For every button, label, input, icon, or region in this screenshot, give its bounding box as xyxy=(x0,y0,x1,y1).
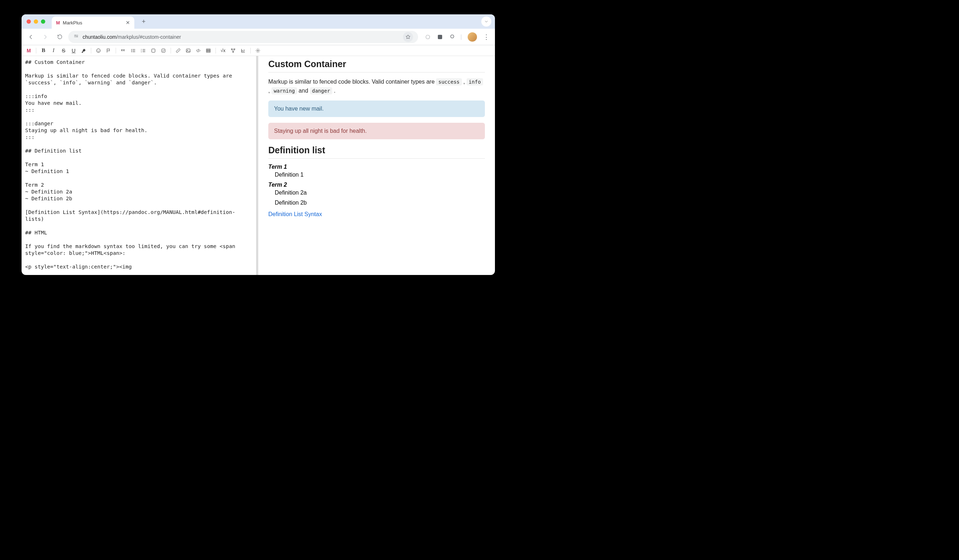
highlight-button[interactable] xyxy=(80,46,88,55)
tab-search-button[interactable] xyxy=(481,16,491,27)
italic-button[interactable]: I xyxy=(49,46,58,55)
browser-menu-button[interactable]: ⋮ xyxy=(481,33,491,41)
back-button[interactable] xyxy=(25,31,37,43)
link-button[interactable] xyxy=(174,46,182,55)
math-button[interactable]: √x xyxy=(219,46,227,55)
svg-point-8 xyxy=(131,50,132,51)
minimize-window-button[interactable] xyxy=(34,19,38,24)
preview-heading: Definition list xyxy=(268,145,485,159)
svg-point-2 xyxy=(426,35,430,39)
bookmark-button[interactable] xyxy=(403,32,413,42)
svg-point-18 xyxy=(231,48,233,49)
svg-rect-3 xyxy=(438,35,442,39)
svg-point-19 xyxy=(234,48,235,49)
editor-toolbar: M B I S U 123 xyxy=(22,45,495,56)
ordered-list-button[interactable]: 123 xyxy=(139,46,148,55)
svg-point-9 xyxy=(131,51,132,52)
svg-point-1 xyxy=(77,36,78,37)
underline-button[interactable]: U xyxy=(69,46,78,55)
svg-rect-14 xyxy=(162,49,165,52)
strikethrough-button[interactable]: S xyxy=(59,46,68,55)
split-view: ## Custom Container Markup is similar to… xyxy=(22,56,495,275)
svg-point-20 xyxy=(233,51,234,52)
tab-strip: M MarkPlus ✕ + xyxy=(22,14,495,29)
close-tab-button[interactable]: ✕ xyxy=(126,20,130,25)
extensions-button[interactable] xyxy=(448,33,456,41)
extension-icon[interactable] xyxy=(424,33,432,41)
close-window-button[interactable] xyxy=(27,19,31,24)
definition-desc: Definition 2b xyxy=(275,200,485,206)
markdown-editor[interactable]: ## Custom Container Markup is similar to… xyxy=(22,56,258,275)
svg-point-5 xyxy=(97,50,98,50)
extension-area: | ⋮ xyxy=(424,32,491,41)
browser-tab[interactable]: M MarkPlus ✕ xyxy=(52,16,134,29)
url-text: chuntaoliu.com/markplus/#custom-containe… xyxy=(83,34,181,40)
preview-pane: Custom Container Markup is similar to fe… xyxy=(258,56,495,275)
inline-code: danger xyxy=(310,87,333,94)
svg-point-7 xyxy=(131,49,132,49)
svg-text:3: 3 xyxy=(141,51,142,52)
definition-term: Term 1 xyxy=(268,164,485,170)
new-tab-button[interactable]: + xyxy=(139,16,149,27)
bold-button[interactable]: B xyxy=(39,46,48,55)
extension-icon[interactable] xyxy=(436,33,444,41)
preview-heading: Custom Container xyxy=(268,59,485,73)
diagram-button[interactable] xyxy=(229,46,237,55)
checkbox-unchecked-button[interactable] xyxy=(149,46,158,55)
reload-button[interactable] xyxy=(54,31,65,43)
chart-button[interactable] xyxy=(239,46,247,55)
code-button[interactable] xyxy=(194,46,202,55)
svg-point-4 xyxy=(97,48,100,52)
definition-desc: Definition 1 xyxy=(275,172,485,178)
definition-syntax-link[interactable]: Definition List Syntax xyxy=(268,211,322,217)
address-bar: chuntaoliu.com/markplus/#custom-containe… xyxy=(22,29,495,45)
inline-code: warning xyxy=(272,87,297,94)
table-button[interactable] xyxy=(204,46,213,55)
unordered-list-button[interactable] xyxy=(129,46,137,55)
danger-callout: Staying up all night is bad for health. xyxy=(268,123,485,139)
svg-point-0 xyxy=(75,35,75,35)
svg-rect-17 xyxy=(207,49,210,52)
url-bar[interactable]: chuntaoliu.com/markplus/#custom-containe… xyxy=(68,31,418,43)
definition-list: Term 1 Definition 1 Term 2 Definition 2a… xyxy=(268,164,485,206)
definition-desc: Definition 2a xyxy=(275,189,485,196)
forward-button[interactable] xyxy=(40,31,51,43)
site-info-icon[interactable] xyxy=(73,33,79,40)
svg-rect-15 xyxy=(186,49,190,52)
emoji-button[interactable] xyxy=(94,46,103,55)
markplus-logo-icon[interactable]: M xyxy=(24,46,33,55)
svg-point-21 xyxy=(257,50,259,51)
inline-code: success xyxy=(436,78,462,86)
settings-button[interactable] xyxy=(253,46,262,55)
checkbox-checked-button[interactable] xyxy=(159,46,168,55)
profile-avatar[interactable] xyxy=(468,32,477,41)
inline-code: info xyxy=(467,78,483,86)
maximize-window-button[interactable] xyxy=(41,19,45,24)
info-callout: You have new mail. xyxy=(268,100,485,117)
browser-window: M MarkPlus ✕ + chuntaoliu.com/markplus/#… xyxy=(22,14,495,275)
svg-rect-13 xyxy=(151,49,155,52)
quote-button[interactable] xyxy=(119,46,127,55)
image-button[interactable] xyxy=(184,46,193,55)
flag-button[interactable] xyxy=(104,46,113,55)
window-controls xyxy=(27,19,45,24)
preview-paragraph: Markup is similar to fenced code blocks.… xyxy=(268,78,485,95)
favicon-icon: M xyxy=(56,20,60,25)
tab-title: MarkPlus xyxy=(63,20,82,25)
definition-term: Term 2 xyxy=(268,181,485,188)
